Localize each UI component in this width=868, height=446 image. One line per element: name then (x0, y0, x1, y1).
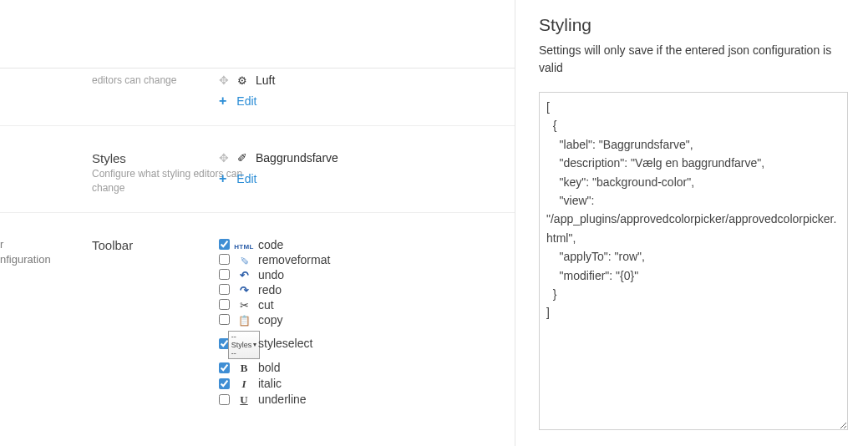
redo-icon (236, 283, 251, 296)
toolbar-option-label: copy (258, 313, 283, 327)
toolbar-option-code: HTMLcode (219, 238, 515, 251)
plus-icon: + (219, 171, 226, 186)
styling-hint: Settings will only save if the entered j… (539, 42, 848, 77)
toolbar-option-italic: Iitalic (219, 377, 515, 391)
toolbar-checkbox-underline[interactable] (219, 394, 230, 405)
toolbar-checkbox-undo[interactable] (219, 269, 230, 280)
styling-panel: Styling Settings will only save if the e… (515, 0, 868, 446)
gear-icon (237, 73, 247, 87)
toolbar-option-undo: undo (219, 268, 515, 281)
toolbar-option-styleselect: -- Styles --styleselect (219, 328, 515, 359)
styling-json-textarea[interactable] (539, 92, 848, 430)
settings-edit-button[interactable]: + Edit (219, 94, 515, 109)
toolbar-option-label: italic (258, 377, 282, 390)
erase-icon (236, 253, 251, 266)
toolbar-options-list: HTMLcoderemoveformatundoredocutcopy-- St… (219, 235, 515, 408)
toolbar-checkbox-copy[interactable] (219, 314, 230, 325)
settings-edit-label: Edit (236, 94, 256, 108)
bold-icon: B (236, 361, 251, 375)
toolbar-checkbox-cut[interactable] (219, 299, 230, 310)
html-icon: HTML (236, 238, 251, 251)
drag-handle-icon[interactable]: ✥ (219, 73, 229, 87)
blank-header (0, 0, 515, 68)
toolbar-option-label: undo (258, 268, 284, 281)
toolbar-option-copy: copy (219, 313, 515, 327)
underline-icon: U (236, 393, 251, 407)
italic-icon: I (236, 377, 251, 391)
toolbar-option-removeformat: removeformat (219, 253, 515, 266)
toolbar-option-label: removeformat (258, 253, 330, 266)
toolbar-checkbox-italic[interactable] (219, 378, 230, 389)
left-nav-fragment: r nfiguration (0, 235, 48, 408)
pencil-icon (237, 151, 247, 165)
toolbar-option-label: bold (258, 361, 280, 374)
toolbar-checkbox-bold[interactable] (219, 362, 230, 373)
toolbar-option-bold: Bbold (219, 361, 515, 375)
toolbar-option-label: cut (258, 298, 274, 312)
toolbar-option-label: styleselect (258, 337, 312, 350)
styles-edit-label: Edit (236, 172, 256, 185)
settings-item-label[interactable]: Luft (256, 73, 275, 87)
plus-icon: + (219, 94, 226, 109)
styling-title: Styling (539, 15, 848, 35)
toolbar-option-redo: redo (219, 283, 515, 296)
toolbar-option-underline: Uunderline (219, 393, 515, 407)
toolbar-checkbox-removeformat[interactable] (219, 254, 230, 265)
drag-handle-icon[interactable]: ✥ (219, 151, 229, 165)
copy-icon (236, 313, 251, 327)
toolbar-checkbox-redo[interactable] (219, 284, 230, 295)
styles-icon: -- Styles -- (236, 328, 251, 359)
toolbar-checkbox-code[interactable] (219, 239, 230, 250)
undo-icon (236, 268, 251, 281)
styles-item-label[interactable]: Baggrundsfarve (256, 151, 338, 165)
toolbar-option-label: redo (258, 283, 282, 296)
toolbar-option-label: code (258, 238, 283, 251)
styles-edit-button[interactable]: + Edit (219, 171, 515, 186)
toolbar-option-cut: cut (219, 298, 515, 312)
toolbar-option-label: underline (258, 393, 307, 406)
cut-icon (236, 298, 251, 312)
